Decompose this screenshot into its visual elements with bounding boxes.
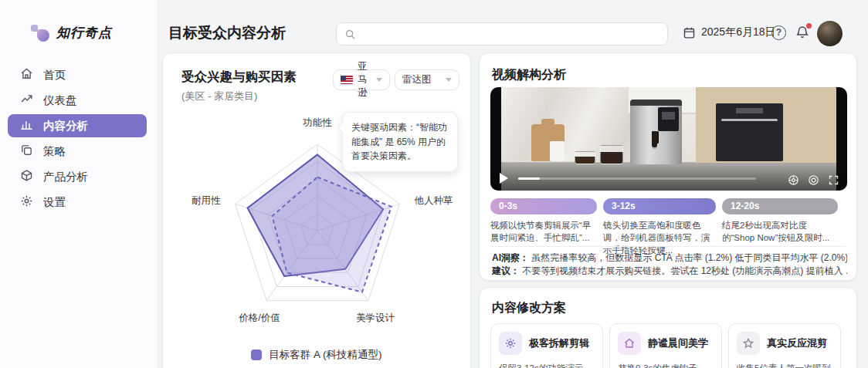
divider <box>490 246 846 247</box>
sidebar-item-dashboard[interactable]: 仪表盘 <box>8 89 147 112</box>
ai-suggestion-label: 建议： <box>492 265 520 276</box>
chevron-down-icon <box>446 78 452 82</box>
search-icon <box>344 29 356 40</box>
sidebar: 知行奇点 首页 仪表盘 内容分析 策略 产品分析 <box>0 0 158 368</box>
chart-legend: 目标客群 A (科技精通型) <box>163 348 470 362</box>
sidebar-item-strategy[interactable]: 策略 <box>8 140 147 163</box>
svg-text:耐用性: 耐用性 <box>192 195 221 206</box>
svg-text:美学设计: 美学设计 <box>356 312 395 323</box>
sidebar-item-home[interactable]: 首页 <box>8 63 147 86</box>
chart-type-value: 雷达图 <box>402 73 432 86</box>
plan-card-morning-aesthetic[interactable]: 静谧晨间美学 替换0-3s的焦虑钩子，改 <box>609 323 722 368</box>
svg-text:功能性: 功能性 <box>302 117 332 128</box>
ai-insight-text: 虽然完播率较高，但数据显示 CTA 点击率 (1.2%) 低于同类目平均水平 (… <box>531 252 847 263</box>
coffee-maker <box>630 100 682 164</box>
plan-list: 极客拆解剪辑 保留3-12s的功能演示，但 静谧晨间美学 替换0-3s的焦虑钩子… <box>490 323 841 368</box>
calendar-icon <box>683 26 696 39</box>
card-subtitle: (美区 - 家居类目) <box>181 89 257 103</box>
sidebar-item-label: 策略 <box>43 144 66 159</box>
plan-title: 极客拆解剪辑 <box>529 336 589 350</box>
marketplace-select[interactable]: 亚马逊 <box>333 69 390 90</box>
help-icon[interactable]: ? <box>771 25 786 40</box>
brand-logo-icon <box>31 23 49 42</box>
svg-text:价格/价值: 价格/价值 <box>238 312 280 323</box>
chevron-down-icon <box>376 78 382 82</box>
notifications-button[interactable] <box>795 25 811 40</box>
sidebar-item-label: 内容分析 <box>43 119 88 133</box>
video-analysis-card: 视频解构分析 <box>479 52 857 281</box>
plan-desc: 替换0-3s的焦虑钩子，改 <box>618 362 714 368</box>
ai-insight-label: AI洞察： <box>492 252 529 263</box>
user-avatar[interactable] <box>817 21 843 46</box>
segment-chip-12-20s[interactable]: 12-20s <box>722 198 838 214</box>
marketplace-value: 亚马逊 <box>358 60 371 100</box>
video-progress-bar[interactable] <box>518 177 756 180</box>
dashboard-icon <box>20 93 33 108</box>
video-quality-icon[interactable] <box>808 174 819 186</box>
coffee-glass <box>600 145 623 164</box>
plan-card-geek-edit[interactable]: 极客拆解剪辑 保留3-12s的功能演示，但 <box>490 323 603 368</box>
sidebar-item-label: 首页 <box>43 68 66 83</box>
gear-icon <box>499 332 522 355</box>
svg-text:他人种草: 他人种草 <box>414 195 453 206</box>
notification-dot <box>806 23 812 29</box>
card-title: 视频解构分析 <box>492 67 566 83</box>
segment-chip-3-12s[interactable]: 3-12s <box>603 198 716 214</box>
sidebar-item-label: 产品分析 <box>43 170 88 184</box>
segment-chip-0-3s[interactable]: 0-3s <box>490 198 597 214</box>
video-settings-icon[interactable] <box>788 174 799 186</box>
plan-desc: 保留3-12s的功能演示，但 <box>499 362 595 368</box>
current-date: 2025年6月18日 <box>701 25 776 39</box>
search-box <box>336 22 668 46</box>
coffee-cup <box>575 151 595 164</box>
sidebar-nav: 首页 仪表盘 内容分析 策略 产品分析 设置 <box>8 63 147 216</box>
product-analytics-icon <box>20 169 33 184</box>
progress-fill <box>518 177 540 180</box>
page-title: 目标受众内容分析 <box>168 23 286 43</box>
audience-factors-card: 受众兴趣与购买因素 (美区 - 家居类目) 亚马逊 雷达图 功能性他人种草美学设… <box>162 52 471 368</box>
settings-icon <box>20 194 33 210</box>
sidebar-item-label: 仪表盘 <box>43 93 77 108</box>
brand-logo[interactable]: 知行奇点 <box>31 23 112 42</box>
fullscreen-icon[interactable] <box>828 174 839 186</box>
content-analytics-icon <box>20 118 33 133</box>
sidebar-item-product-analytics[interactable]: 产品分析 <box>8 165 147 188</box>
home-icon <box>618 332 641 355</box>
plan-card-real-reactions[interactable]: 真实反应混剪 收集5位素人第一次喝到咖 <box>728 323 841 368</box>
ai-suggestion-line: 建议： 不要等到视频结束才展示购买链接。尝试在 12秒处 (功能演示高潮点) 提… <box>492 265 847 278</box>
date-picker[interactable]: 2025年6月18日 <box>683 25 776 39</box>
sidebar-item-content-analytics[interactable]: 内容分析 <box>8 114 147 137</box>
content-plans-card: 内容修改方案 极客拆解剪辑 保留3-12s的功能演示，但 静谧晨间美学 <box>479 287 857 368</box>
ai-insight-line: AI洞察： 虽然完播率较高，但数据显示 CTA 点击率 (1.2%) 低于同类目… <box>492 252 847 265</box>
strategy-icon <box>20 143 33 159</box>
plan-title: 静谧晨间美学 <box>648 336 708 350</box>
brand-name: 知行奇点 <box>56 24 112 42</box>
home-icon <box>20 67 33 83</box>
star-icon <box>737 332 760 355</box>
sidebar-item-label: 设置 <box>43 195 66 210</box>
chart-type-select[interactable]: 雷达图 <box>395 69 459 90</box>
play-button[interactable] <box>500 173 508 184</box>
us-flag-icon <box>341 76 353 84</box>
app-window: 知行奇点 首页 仪表盘 内容分析 策略 产品分析 <box>0 0 868 368</box>
card-title: 内容修改方案 <box>492 300 566 316</box>
plan-title: 真实反应混剪 <box>767 336 827 350</box>
built-in-oven <box>716 103 783 161</box>
plan-desc: 收集5位素人第一次喝到咖 <box>737 362 832 368</box>
search-input[interactable] <box>361 24 661 44</box>
video-player[interactable] <box>490 87 847 191</box>
legend-label: 目标客群 A (科技精通型) <box>269 348 381 362</box>
radar-tooltip: 关键驱动因素：“智能功能集成” 是 65% 用户的首要决策因素。 <box>342 112 458 172</box>
video-controls <box>490 164 847 191</box>
card-title: 受众兴趣与购买因素 <box>181 69 297 86</box>
timeline-segments: 0-3s 3-12s 12-20s <box>490 198 838 214</box>
white-jar <box>550 141 565 162</box>
ai-suggestion-text: 不要等到视频结束才展示购买链接。尝试在 12秒处 (功能演示高潮点) 提前植入 … <box>522 265 847 276</box>
legend-swatch <box>251 349 262 360</box>
sidebar-item-settings[interactable]: 设置 <box>8 191 147 214</box>
